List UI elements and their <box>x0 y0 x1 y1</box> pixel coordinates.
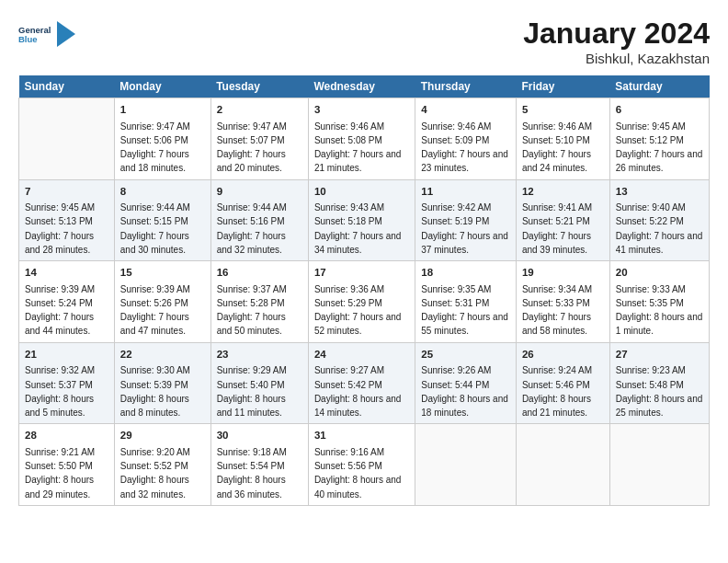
cell-info: Sunrise: 9:24 AMSunset: 5:46 PMDaylight:… <box>522 365 592 418</box>
cell-info: Sunrise: 9:46 AMSunset: 5:08 PMDaylight:… <box>314 121 402 174</box>
cell-info: Sunrise: 9:20 AMSunset: 5:52 PMDaylight:… <box>120 447 190 500</box>
calendar-week-row: 28 Sunrise: 9:21 AMSunset: 5:50 PMDaylig… <box>19 424 710 506</box>
calendar-cell: 18 Sunrise: 9:35 AMSunset: 5:31 PMDaylig… <box>415 261 517 343</box>
title-block: January 2024 Bishkul, Kazakhstan <box>523 17 710 66</box>
day-number: 19 <box>522 265 604 281</box>
calendar-cell: 29 Sunrise: 9:20 AMSunset: 5:52 PMDaylig… <box>114 424 210 506</box>
day-number: 2 <box>217 102 302 118</box>
calendar-cell: 9 Sunrise: 9:44 AMSunset: 5:16 PMDayligh… <box>210 179 308 261</box>
calendar-cell: 19 Sunrise: 9:34 AMSunset: 5:33 PMDaylig… <box>516 261 609 343</box>
cell-info: Sunrise: 9:16 AMSunset: 5:56 PMDaylight:… <box>314 447 402 500</box>
day-number: 7 <box>25 184 108 200</box>
calendar-cell: 3 Sunrise: 9:46 AMSunset: 5:08 PMDayligh… <box>308 98 415 180</box>
calendar-cell: 26 Sunrise: 9:24 AMSunset: 5:46 PMDaylig… <box>516 342 609 424</box>
cell-info: Sunrise: 9:30 AMSunset: 5:39 PMDaylight:… <box>120 365 190 418</box>
cell-info: Sunrise: 9:36 AMSunset: 5:29 PMDaylight:… <box>314 284 402 337</box>
svg-text:General: General <box>18 25 51 35</box>
calendar-cell: 27 Sunrise: 9:23 AMSunset: 5:48 PMDaylig… <box>609 342 709 424</box>
cell-info: Sunrise: 9:37 AMSunset: 5:28 PMDaylight:… <box>217 284 287 337</box>
calendar-cell: 15 Sunrise: 9:39 AMSunset: 5:26 PMDaylig… <box>114 261 210 343</box>
calendar-cell <box>516 424 609 506</box>
calendar-cell: 22 Sunrise: 9:30 AMSunset: 5:39 PMDaylig… <box>114 342 210 424</box>
day-number: 12 <box>522 184 604 200</box>
day-number: 13 <box>616 184 703 200</box>
cell-info: Sunrise: 9:44 AMSunset: 5:15 PMDaylight:… <box>120 202 190 255</box>
cell-info: Sunrise: 9:45 AMSunset: 5:12 PMDaylight:… <box>616 121 703 174</box>
day-number: 22 <box>120 347 205 362</box>
cell-info: Sunrise: 9:23 AMSunset: 5:48 PMDaylight:… <box>616 365 703 418</box>
day-number: 21 <box>25 347 108 362</box>
calendar-day-header: Sunday <box>19 75 115 98</box>
calendar-day-header: Thursday <box>415 75 517 98</box>
page-subtitle: Bishkul, Kazakhstan <box>523 51 710 66</box>
cell-info: Sunrise: 9:46 AMSunset: 5:10 PMDaylight:… <box>522 121 592 174</box>
cell-info: Sunrise: 9:27 AMSunset: 5:42 PMDaylight:… <box>314 365 402 418</box>
cell-info: Sunrise: 9:45 AMSunset: 5:13 PMDaylight:… <box>25 202 95 255</box>
calendar-cell: 28 Sunrise: 9:21 AMSunset: 5:50 PMDaylig… <box>19 424 115 506</box>
day-number: 4 <box>421 102 510 118</box>
calendar-cell: 25 Sunrise: 9:26 AMSunset: 5:44 PMDaylig… <box>415 342 517 424</box>
day-number: 25 <box>421 347 510 362</box>
calendar-cell: 17 Sunrise: 9:36 AMSunset: 5:29 PMDaylig… <box>308 261 415 343</box>
calendar-cell: 11 Sunrise: 9:42 AMSunset: 5:19 PMDaylig… <box>415 179 517 261</box>
calendar-cell: 5 Sunrise: 9:46 AMSunset: 5:10 PMDayligh… <box>516 98 609 180</box>
day-number: 26 <box>522 347 604 362</box>
day-number: 3 <box>314 102 409 118</box>
calendar-week-row: 1 Sunrise: 9:47 AMSunset: 5:06 PMDayligh… <box>19 98 710 180</box>
day-number: 31 <box>314 428 409 443</box>
day-number: 14 <box>25 265 108 281</box>
day-number: 15 <box>120 265 205 281</box>
page: General Blue January 2024 Bishkul, Kazak… <box>0 0 728 563</box>
calendar-week-row: 7 Sunrise: 9:45 AMSunset: 5:13 PMDayligh… <box>19 179 710 261</box>
calendar-day-header: Tuesday <box>210 75 308 98</box>
header: General Blue January 2024 Bishkul, Kazak… <box>18 17 710 66</box>
cell-info: Sunrise: 9:34 AMSunset: 5:33 PMDaylight:… <box>522 284 592 337</box>
calendar-day-header: Saturday <box>609 75 709 98</box>
day-number: 20 <box>616 265 703 281</box>
page-title: January 2024 <box>523 17 710 51</box>
calendar-cell <box>415 424 517 506</box>
cell-info: Sunrise: 9:40 AMSunset: 5:22 PMDaylight:… <box>616 202 703 255</box>
calendar-cell: 12 Sunrise: 9:41 AMSunset: 5:21 PMDaylig… <box>516 179 609 261</box>
calendar-cell <box>19 98 115 180</box>
calendar-header-row: SundayMondayTuesdayWednesdayThursdayFrid… <box>19 75 710 98</box>
calendar-cell <box>609 424 709 506</box>
calendar-cell: 14 Sunrise: 9:39 AMSunset: 5:24 PMDaylig… <box>19 261 115 343</box>
cell-info: Sunrise: 9:46 AMSunset: 5:09 PMDaylight:… <box>421 121 508 174</box>
day-number: 16 <box>217 265 302 281</box>
day-number: 11 <box>421 184 510 200</box>
calendar-cell: 8 Sunrise: 9:44 AMSunset: 5:15 PMDayligh… <box>114 179 210 261</box>
svg-marker-2 <box>57 21 75 47</box>
calendar-cell: 13 Sunrise: 9:40 AMSunset: 5:22 PMDaylig… <box>609 179 709 261</box>
cell-info: Sunrise: 9:43 AMSunset: 5:18 PMDaylight:… <box>314 202 402 255</box>
day-number: 17 <box>314 265 409 281</box>
svg-text:Blue: Blue <box>18 34 38 44</box>
calendar-cell: 24 Sunrise: 9:27 AMSunset: 5:42 PMDaylig… <box>308 342 415 424</box>
day-number: 29 <box>120 428 205 443</box>
day-number: 5 <box>522 102 604 118</box>
day-number: 1 <box>120 102 205 118</box>
calendar-week-row: 21 Sunrise: 9:32 AMSunset: 5:37 PMDaylig… <box>19 342 710 424</box>
calendar-cell: 6 Sunrise: 9:45 AMSunset: 5:12 PMDayligh… <box>609 98 709 180</box>
calendar-cell: 10 Sunrise: 9:43 AMSunset: 5:18 PMDaylig… <box>308 179 415 261</box>
day-number: 27 <box>616 347 703 362</box>
logo-svg: General Blue <box>18 17 53 52</box>
cell-info: Sunrise: 9:39 AMSunset: 5:24 PMDaylight:… <box>25 284 95 337</box>
cell-info: Sunrise: 9:26 AMSunset: 5:44 PMDaylight:… <box>421 365 508 418</box>
calendar-cell: 4 Sunrise: 9:46 AMSunset: 5:09 PMDayligh… <box>415 98 517 180</box>
day-number: 8 <box>120 184 205 200</box>
logo-arrow-icon <box>57 21 75 47</box>
day-number: 9 <box>217 184 302 200</box>
calendar-cell: 21 Sunrise: 9:32 AMSunset: 5:37 PMDaylig… <box>19 342 115 424</box>
cell-info: Sunrise: 9:18 AMSunset: 5:54 PMDaylight:… <box>217 447 287 500</box>
day-number: 30 <box>217 428 302 443</box>
calendar-day-header: Monday <box>114 75 210 98</box>
cell-info: Sunrise: 9:42 AMSunset: 5:19 PMDaylight:… <box>421 202 508 255</box>
cell-info: Sunrise: 9:33 AMSunset: 5:35 PMDaylight:… <box>616 284 703 337</box>
calendar-day-header: Wednesday <box>308 75 415 98</box>
calendar-cell: 20 Sunrise: 9:33 AMSunset: 5:35 PMDaylig… <box>609 261 709 343</box>
calendar-cell: 1 Sunrise: 9:47 AMSunset: 5:06 PMDayligh… <box>114 98 210 180</box>
cell-info: Sunrise: 9:35 AMSunset: 5:31 PMDaylight:… <box>421 284 508 337</box>
day-number: 23 <box>217 347 302 362</box>
calendar-cell: 16 Sunrise: 9:37 AMSunset: 5:28 PMDaylig… <box>210 261 308 343</box>
